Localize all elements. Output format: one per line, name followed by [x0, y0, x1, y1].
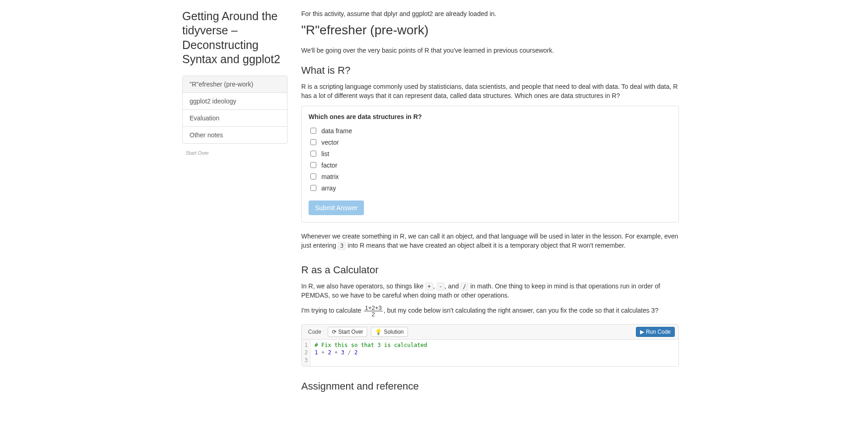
code-comment: # Fix this so that 3 is calculated — [315, 342, 427, 348]
code-gutter: 123 — [302, 340, 311, 366]
code-operator: + — [331, 349, 341, 356]
toc-item-ggplot2[interactable]: ggplot2 ideology — [183, 93, 287, 110]
quiz-option[interactable]: matrix — [309, 171, 672, 182]
intro-note: For this activity, assume that dplyr and… — [301, 9, 679, 18]
quiz-option[interactable]: vector — [309, 136, 672, 148]
quiz-checkbox[interactable] — [310, 139, 316, 145]
button-label: Solution — [384, 329, 403, 335]
quiz-checkbox[interactable] — [310, 151, 316, 157]
text: I'm trying to calculate — [301, 307, 363, 314]
code-editor[interactable]: 123 # Fix this so that 3 is calculated 1… — [302, 340, 678, 366]
inline-code-div: / — [461, 282, 468, 291]
run-code-button[interactable]: ▶ Run Code — [636, 327, 675, 337]
page-title: Getting Around the tidyverse – Deconstru… — [182, 9, 288, 66]
what-is-r-para: R is a scripting language commonly used … — [301, 82, 679, 101]
assignment-heading: Assignment and reference — [301, 380, 679, 392]
fraction: 1+2+32 — [364, 305, 383, 317]
quiz-option[interactable]: list — [309, 148, 672, 159]
code-exercise: Code ⟳ Start Over 💡 Solution ▶ Run Code … — [301, 324, 679, 367]
section-intro: We'll be going over the very basic point… — [301, 46, 679, 55]
text: , but my code below isn't calculating th… — [384, 307, 651, 314]
text: ? — [655, 307, 658, 314]
quiz-option-label: factor — [321, 162, 337, 169]
calc-heading: R as a Calculator — [301, 264, 679, 276]
refresh-icon: ⟳ — [332, 329, 336, 335]
quiz-option-label: data frame — [321, 127, 352, 135]
quiz-checkbox[interactable] — [310, 185, 316, 191]
sidebar: Getting Around the tidyverse – Deconstru… — [182, 9, 294, 398]
main-content: For this activity, assume that dplyr and… — [294, 9, 686, 398]
quiz-checkbox[interactable] — [310, 173, 316, 179]
line-number: 3 — [304, 357, 308, 364]
inline-code-minus: - — [437, 282, 445, 291]
calc-paragraph: In R, we also have operators, so things … — [301, 282, 679, 300]
text: , — [433, 282, 437, 290]
toc-item-refresher[interactable]: "R"efresher (pre-work) — [183, 76, 287, 93]
section-title: "R"efresher (pre-work) — [301, 23, 679, 38]
button-label: Run Code — [646, 329, 671, 335]
text: , and — [445, 282, 461, 290]
toc-item-other-notes[interactable]: Other notes — [183, 127, 287, 143]
what-is-r-heading: What is R? — [301, 65, 679, 76]
quiz-option-label: vector — [321, 139, 339, 146]
inline-code-plus: + — [425, 282, 433, 291]
quiz-panel: Which ones are data structures in R? dat… — [301, 106, 679, 222]
code-label: Code — [305, 327, 324, 337]
quiz-checkbox[interactable] — [310, 162, 316, 168]
lightbulb-icon: 💡 — [375, 329, 382, 335]
toc: "R"efresher (pre-work) ggplot2 ideology … — [182, 76, 288, 144]
play-icon: ▶ — [640, 329, 644, 335]
quiz-option-label: matrix — [321, 173, 339, 180]
quiz-question: Which ones are data structures in R? — [309, 113, 672, 120]
code-lines: # Fix this so that 3 is calculated 1 + 2… — [311, 340, 431, 366]
quiz-option[interactable]: factor — [309, 159, 672, 171]
fraction-numerator: 1+2+3 — [364, 305, 383, 311]
text: In R, we also have operators, so things … — [301, 282, 425, 290]
line-number: 2 — [304, 349, 308, 357]
line-number: 1 — [304, 341, 308, 349]
code-number: 2 — [354, 349, 358, 356]
text: into R means that we have created an obj… — [346, 242, 625, 249]
quiz-option-label: list — [321, 150, 329, 157]
code-operator: / — [344, 349, 354, 356]
object-paragraph: Whenever we create something in R, we ca… — [301, 232, 679, 250]
start-over-link[interactable]: Start Over — [182, 148, 288, 157]
code-start-over-button[interactable]: ⟳ Start Over — [328, 327, 368, 337]
code-solution-button[interactable]: 💡 Solution — [371, 327, 407, 337]
code-toolbar: Code ⟳ Start Over 💡 Solution ▶ Run Code — [302, 325, 678, 340]
toc-item-evaluation[interactable]: Evaluation — [183, 110, 287, 127]
calc-task: I'm trying to calculate 1+2+32, but my c… — [301, 305, 679, 317]
button-label: Start Over — [338, 329, 363, 335]
fraction-denominator: 2 — [364, 311, 383, 317]
submit-answer-button[interactable]: Submit Answer — [309, 200, 364, 215]
quiz-checkbox[interactable] — [310, 128, 316, 134]
quiz-option[interactable]: data frame — [309, 125, 672, 136]
inline-code-3: 3 — [338, 242, 346, 250]
quiz-option-label: array — [321, 184, 336, 192]
quiz-option[interactable]: array — [309, 182, 672, 194]
code-operator: + — [318, 349, 328, 356]
